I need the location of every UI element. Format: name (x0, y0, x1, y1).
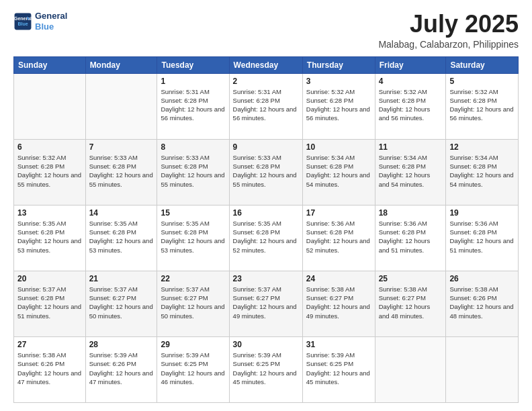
week-row-1: 1Sunrise: 5:31 AMSunset: 6:28 PMDaylight… (14, 73, 519, 139)
day-number: 11 (379, 142, 443, 152)
weekday-tuesday: Tuesday (157, 56, 229, 73)
day-info: Sunrise: 5:37 AMSunset: 6:27 PMDaylight:… (89, 285, 154, 320)
calendar-table: SundayMondayTuesdayWednesdayThursdayFrid… (13, 56, 519, 403)
calendar-cell: 12Sunrise: 5:34 AMSunset: 6:28 PMDayligh… (446, 139, 519, 205)
weekday-monday: Monday (85, 56, 157, 73)
calendar-cell: 18Sunrise: 5:36 AMSunset: 6:28 PMDayligh… (375, 205, 446, 271)
location-title: Malabag, Calabarzon, Philippines (378, 39, 519, 50)
weekday-thursday: Thursday (302, 56, 375, 73)
day-number: 21 (89, 274, 154, 283)
calendar-cell: 22Sunrise: 5:37 AMSunset: 6:27 PMDayligh… (157, 271, 229, 336)
day-number: 28 (89, 340, 154, 349)
day-number: 26 (449, 274, 515, 283)
day-number: 8 (161, 142, 225, 152)
day-info: Sunrise: 5:39 AMSunset: 6:26 PMDaylight:… (89, 351, 154, 386)
calendar-cell: 15Sunrise: 5:35 AMSunset: 6:28 PMDayligh… (157, 205, 229, 271)
day-info: Sunrise: 5:36 AMSunset: 6:28 PMDaylight:… (379, 219, 443, 255)
day-info: Sunrise: 5:35 AMSunset: 6:28 PMDaylight:… (161, 219, 225, 255)
calendar-cell (85, 73, 157, 139)
day-info: Sunrise: 5:38 AMSunset: 6:26 PMDaylight:… (17, 351, 82, 386)
day-info: Sunrise: 5:32 AMSunset: 6:28 PMDaylight:… (306, 87, 371, 123)
day-number: 10 (306, 142, 371, 152)
week-row-2: 6Sunrise: 5:32 AMSunset: 6:28 PMDaylight… (14, 139, 519, 205)
day-info: Sunrise: 5:34 AMSunset: 6:28 PMDaylight:… (306, 153, 371, 189)
calendar-cell: 7Sunrise: 5:33 AMSunset: 6:28 PMDaylight… (85, 139, 157, 205)
day-number: 25 (379, 274, 443, 283)
calendar-cell: 16Sunrise: 5:35 AMSunset: 6:28 PMDayligh… (229, 205, 302, 271)
day-number: 27 (17, 340, 82, 349)
month-title: July 2025 (378, 11, 519, 38)
calendar-cell: 4Sunrise: 5:32 AMSunset: 6:28 PMDaylight… (375, 73, 446, 139)
calendar-page: General Blue General Blue July 2025 Mala… (0, 0, 532, 411)
day-info: Sunrise: 5:39 AMSunset: 6:25 PMDaylight:… (233, 351, 299, 386)
calendar-cell: 14Sunrise: 5:35 AMSunset: 6:28 PMDayligh… (85, 205, 157, 271)
day-number: 7 (89, 142, 154, 152)
day-number: 16 (233, 208, 299, 218)
day-number: 13 (17, 208, 82, 218)
calendar-cell: 11Sunrise: 5:34 AMSunset: 6:28 PMDayligh… (375, 139, 446, 205)
day-number: 15 (161, 208, 225, 218)
day-info: Sunrise: 5:36 AMSunset: 6:28 PMDaylight:… (306, 219, 371, 255)
calendar-cell: 5Sunrise: 5:32 AMSunset: 6:28 PMDaylight… (446, 73, 519, 139)
logo-icon: General Blue (13, 12, 32, 31)
calendar-cell: 25Sunrise: 5:38 AMSunset: 6:27 PMDayligh… (375, 271, 446, 336)
header: General Blue General Blue July 2025 Mala… (13, 11, 519, 50)
calendar-cell: 9Sunrise: 5:33 AMSunset: 6:28 PMDaylight… (229, 139, 302, 205)
weekday-saturday: Saturday (446, 56, 519, 73)
calendar-cell (14, 73, 86, 139)
day-info: Sunrise: 5:33 AMSunset: 6:28 PMDaylight:… (161, 153, 225, 189)
day-number: 6 (17, 142, 82, 152)
day-info: Sunrise: 5:33 AMSunset: 6:28 PMDaylight:… (89, 153, 154, 189)
calendar-cell (375, 336, 446, 402)
calendar-cell: 17Sunrise: 5:36 AMSunset: 6:28 PMDayligh… (302, 205, 375, 271)
calendar-cell: 8Sunrise: 5:33 AMSunset: 6:28 PMDaylight… (157, 139, 229, 205)
title-block: July 2025 Malabag, Calabarzon, Philippin… (378, 11, 519, 50)
calendar-cell: 24Sunrise: 5:38 AMSunset: 6:27 PMDayligh… (302, 271, 375, 336)
logo-text: General Blue (35, 11, 67, 32)
calendar-cell (446, 336, 519, 402)
day-number: 5 (449, 77, 515, 86)
day-info: Sunrise: 5:35 AMSunset: 6:28 PMDaylight:… (233, 219, 299, 255)
day-number: 3 (306, 77, 371, 86)
day-info: Sunrise: 5:38 AMSunset: 6:27 PMDaylight:… (379, 285, 443, 320)
day-info: Sunrise: 5:39 AMSunset: 6:25 PMDaylight:… (306, 351, 371, 386)
day-number: 9 (233, 142, 299, 152)
day-number: 17 (306, 208, 371, 218)
day-number: 24 (306, 274, 371, 283)
calendar-cell: 13Sunrise: 5:35 AMSunset: 6:28 PMDayligh… (14, 205, 86, 271)
day-info: Sunrise: 5:35 AMSunset: 6:28 PMDaylight:… (89, 219, 154, 255)
calendar-cell: 3Sunrise: 5:32 AMSunset: 6:28 PMDaylight… (302, 73, 375, 139)
day-info: Sunrise: 5:31 AMSunset: 6:28 PMDaylight:… (161, 87, 225, 123)
day-info: Sunrise: 5:38 AMSunset: 6:26 PMDaylight:… (449, 285, 515, 320)
day-info: Sunrise: 5:32 AMSunset: 6:28 PMDaylight:… (17, 153, 82, 189)
day-number: 18 (379, 208, 443, 218)
logo: General Blue General Blue (13, 11, 67, 32)
weekday-wednesday: Wednesday (229, 56, 302, 73)
day-number: 20 (17, 274, 82, 283)
day-number: 22 (161, 274, 225, 283)
calendar-cell: 30Sunrise: 5:39 AMSunset: 6:25 PMDayligh… (229, 336, 302, 402)
day-number: 23 (233, 274, 299, 283)
weekday-sunday: Sunday (14, 56, 86, 73)
calendar-cell: 1Sunrise: 5:31 AMSunset: 6:28 PMDaylight… (157, 73, 229, 139)
day-info: Sunrise: 5:37 AMSunset: 6:27 PMDaylight:… (161, 285, 225, 320)
calendar-cell: 28Sunrise: 5:39 AMSunset: 6:26 PMDayligh… (85, 336, 157, 402)
day-number: 4 (379, 77, 443, 86)
day-number: 30 (233, 340, 299, 349)
calendar-cell: 27Sunrise: 5:38 AMSunset: 6:26 PMDayligh… (14, 336, 86, 402)
week-row-5: 27Sunrise: 5:38 AMSunset: 6:26 PMDayligh… (14, 336, 519, 402)
day-info: Sunrise: 5:32 AMSunset: 6:28 PMDaylight:… (449, 87, 515, 123)
week-row-3: 13Sunrise: 5:35 AMSunset: 6:28 PMDayligh… (14, 205, 519, 271)
calendar-cell: 29Sunrise: 5:39 AMSunset: 6:25 PMDayligh… (157, 336, 229, 402)
day-number: 14 (89, 208, 154, 218)
day-number: 31 (306, 340, 371, 349)
calendar-cell: 23Sunrise: 5:37 AMSunset: 6:27 PMDayligh… (229, 271, 302, 336)
weekday-friday: Friday (375, 56, 446, 73)
svg-text:Blue: Blue (17, 21, 28, 26)
calendar-cell: 2Sunrise: 5:31 AMSunset: 6:28 PMDaylight… (229, 73, 302, 139)
day-info: Sunrise: 5:36 AMSunset: 6:28 PMDaylight:… (449, 219, 515, 255)
calendar-cell: 10Sunrise: 5:34 AMSunset: 6:28 PMDayligh… (302, 139, 375, 205)
calendar-cell: 26Sunrise: 5:38 AMSunset: 6:26 PMDayligh… (446, 271, 519, 336)
day-info: Sunrise: 5:37 AMSunset: 6:27 PMDaylight:… (233, 285, 299, 320)
day-number: 1 (161, 77, 225, 86)
